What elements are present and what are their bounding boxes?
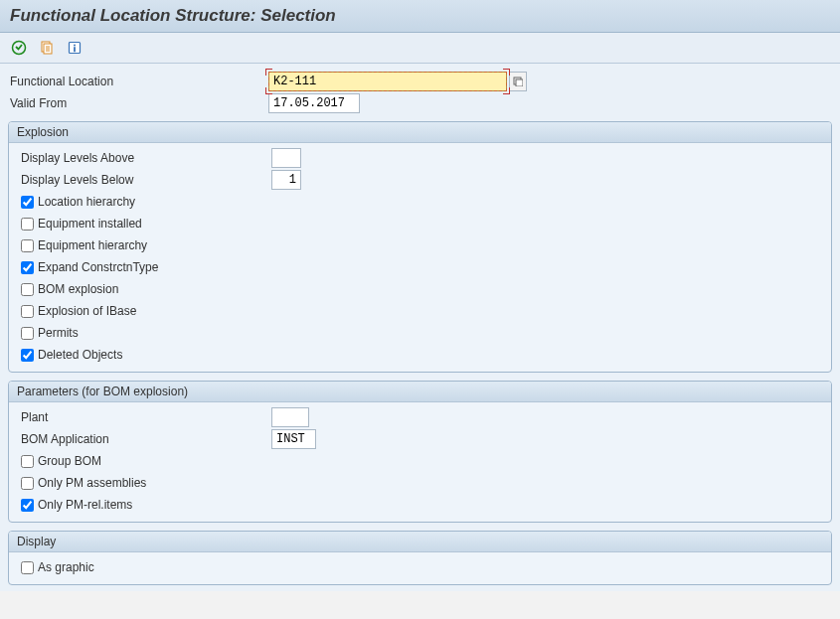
check-bom-explosion[interactable] [21,283,34,296]
screen-header: Functional Location Structure: Selection [0,0,840,33]
validfrom-label: Valid From [6,96,268,110]
check-equipment-hierarchy[interactable] [21,239,34,252]
group-title-explosion: Explosion [9,122,831,143]
check-group-bom[interactable] [21,455,34,468]
plant-input[interactable] [271,407,309,427]
levels-below-label: Display Levels Below [21,173,271,187]
group-explosion: Explosion Display Levels Above Display L… [8,121,832,373]
svg-rect-8 [74,47,76,52]
group-parameters: Parameters (for BOM explosion) Plant BOM… [8,381,832,523]
check-explosion-ibase-label: Explosion of IBase [38,304,136,318]
levels-above-label: Display Levels Above [21,151,271,165]
check-permits[interactable] [21,327,34,340]
group-display: Display As graphic [8,531,832,585]
check-permits-label: Permits [38,326,79,340]
check-deleted-objects[interactable] [21,349,34,362]
bomapp-label: BOM Application [21,432,271,446]
funcloc-search-help-icon[interactable] [509,72,527,91]
funcloc-input[interactable] [268,72,507,91]
group-title-display: Display [9,532,831,552]
check-expand-constrctntype[interactable] [21,261,34,274]
levels-below-input[interactable] [271,170,301,190]
app-toolbar [0,33,840,64]
check-only-pm-rel-items-label: Only PM-rel.items [38,498,132,512]
check-only-pm-assemblies[interactable] [21,477,34,490]
check-location-hierarchy[interactable] [21,196,34,209]
check-only-pm-rel-items[interactable] [21,499,34,512]
page-title: Functional Location Structure: Selection [10,6,830,26]
check-group-bom-label: Group BOM [38,454,101,468]
svg-point-7 [74,45,76,47]
check-deleted-objects-label: Deleted Objects [38,348,122,362]
bom-application-input[interactable] [271,429,316,449]
execute-icon[interactable] [8,37,30,59]
check-bom-explosion-label: BOM explosion [38,282,118,296]
funcloc-label: Functional Location [6,75,268,88]
validfrom-input[interactable] [268,93,360,113]
check-expand-constrctntype-label: Expand ConstrctnType [38,260,158,274]
content-area: Functional Location Valid From Explosion… [0,64,840,591]
check-as-graphic[interactable] [21,561,34,574]
check-equipment-hierarchy-label: Equipment hierarchy [38,238,147,252]
variants-icon[interactable] [36,37,58,59]
check-explosion-ibase[interactable] [21,305,34,318]
check-as-graphic-label: As graphic [38,560,94,574]
plant-label: Plant [21,410,271,424]
svg-rect-10 [516,79,523,86]
check-only-pm-assemblies-label: Only PM assemblies [38,476,146,490]
group-title-parameters: Parameters (for BOM explosion) [9,382,831,402]
info-icon[interactable] [64,37,85,59]
check-equipment-installed[interactable] [21,218,34,231]
levels-above-input[interactable] [271,148,301,168]
check-location-hierarchy-label: Location hierarchy [38,195,135,209]
check-equipment-installed-label: Equipment installed [38,217,142,231]
